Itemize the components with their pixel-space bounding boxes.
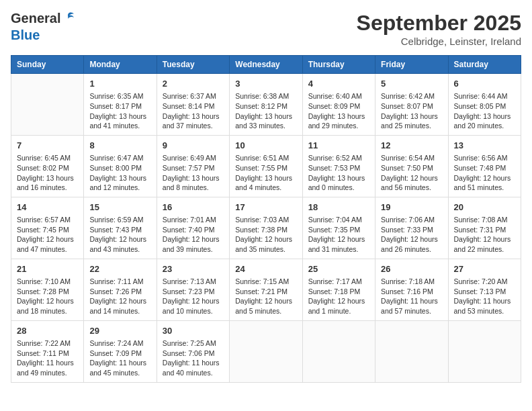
calendar-cell: 26Sunrise: 7:18 AMSunset: 7:16 PMDayligh… bbox=[375, 259, 448, 320]
calendar-cell: 30Sunrise: 7:25 AMSunset: 7:06 PMDayligh… bbox=[157, 320, 229, 382]
day-info: Sunrise: 6:45 AMSunset: 8:02 PMDaylight:… bbox=[17, 153, 78, 193]
calendar-cell: 5Sunrise: 6:42 AMSunset: 8:07 PMDaylight… bbox=[375, 74, 448, 136]
calendar-cell bbox=[448, 320, 521, 382]
calendar-cell: 29Sunrise: 7:24 AMSunset: 7:09 PMDayligh… bbox=[84, 320, 157, 382]
title-block: September 2025 Celbridge, Leinster, Irel… bbox=[357, 11, 521, 47]
logo-blue-text: Blue bbox=[11, 28, 40, 42]
day-info: Sunrise: 6:47 AMSunset: 8:00 PMDaylight:… bbox=[89, 153, 150, 193]
column-header-tuesday: Tuesday bbox=[157, 56, 229, 74]
calendar-cell: 10Sunrise: 6:51 AMSunset: 7:55 PMDayligh… bbox=[230, 135, 302, 197]
calendar-cell: 14Sunrise: 6:57 AMSunset: 7:45 PMDayligh… bbox=[11, 197, 84, 259]
day-info: Sunrise: 6:35 AMSunset: 8:17 PMDaylight:… bbox=[89, 91, 150, 131]
calendar-cell: 22Sunrise: 7:11 AMSunset: 7:26 PMDayligh… bbox=[84, 259, 157, 320]
calendar-cell: 27Sunrise: 7:20 AMSunset: 7:13 PMDayligh… bbox=[448, 259, 521, 320]
calendar-cell: 23Sunrise: 7:13 AMSunset: 7:23 PMDayligh… bbox=[157, 259, 229, 320]
day-info: Sunrise: 7:01 AMSunset: 7:40 PMDaylight:… bbox=[163, 215, 224, 255]
day-number: 3 bbox=[235, 78, 296, 90]
day-info: Sunrise: 6:38 AMSunset: 8:12 PMDaylight:… bbox=[235, 91, 296, 131]
day-number: 13 bbox=[454, 140, 515, 152]
calendar-cell bbox=[230, 320, 302, 382]
calendar-cell: 28Sunrise: 7:22 AMSunset: 7:11 PMDayligh… bbox=[11, 320, 84, 382]
calendar-header: SundayMondayTuesdayWednesdayThursdayFrid… bbox=[11, 56, 521, 74]
day-number: 24 bbox=[235, 263, 296, 275]
location: Celbridge, Leinster, Ireland bbox=[357, 36, 521, 47]
day-info: Sunrise: 6:54 AMSunset: 7:50 PMDaylight:… bbox=[381, 153, 442, 193]
column-header-saturday: Saturday bbox=[448, 56, 521, 74]
calendar-cell: 2Sunrise: 6:37 AMSunset: 8:14 PMDaylight… bbox=[157, 74, 229, 136]
week-row-2: 7Sunrise: 6:45 AMSunset: 8:02 PMDaylight… bbox=[11, 135, 521, 197]
header-row: SundayMondayTuesdayWednesdayThursdayFrid… bbox=[11, 56, 521, 74]
day-info: Sunrise: 7:25 AMSunset: 7:06 PMDaylight:… bbox=[163, 338, 224, 378]
day-number: 9 bbox=[163, 140, 224, 152]
page-header: General Blue September 2025 Celbridge, L… bbox=[11, 11, 521, 47]
logo-general-text: General bbox=[11, 11, 60, 26]
day-info: Sunrise: 7:24 AMSunset: 7:09 PMDaylight:… bbox=[89, 338, 150, 378]
week-row-1: 1Sunrise: 6:35 AMSunset: 8:17 PMDaylight… bbox=[11, 74, 521, 136]
day-number: 8 bbox=[89, 140, 150, 152]
day-number: 30 bbox=[163, 325, 224, 337]
calendar-cell: 11Sunrise: 6:52 AMSunset: 7:53 PMDayligh… bbox=[302, 135, 375, 197]
day-info: Sunrise: 7:06 AMSunset: 7:33 PMDaylight:… bbox=[381, 215, 442, 255]
calendar-cell: 9Sunrise: 6:49 AMSunset: 7:57 PMDaylight… bbox=[157, 135, 229, 197]
day-number: 12 bbox=[381, 140, 442, 152]
day-number: 2 bbox=[163, 78, 224, 90]
day-info: Sunrise: 7:03 AMSunset: 7:38 PMDaylight:… bbox=[235, 215, 296, 255]
calendar-cell: 6Sunrise: 6:44 AMSunset: 8:05 PMDaylight… bbox=[448, 74, 521, 136]
day-info: Sunrise: 7:20 AMSunset: 7:13 PMDaylight:… bbox=[454, 277, 515, 316]
month-title: September 2025 bbox=[357, 11, 521, 36]
day-number: 14 bbox=[17, 201, 78, 214]
calendar-cell: 24Sunrise: 7:15 AMSunset: 7:21 PMDayligh… bbox=[230, 259, 302, 320]
calendar-cell: 4Sunrise: 6:40 AMSunset: 8:09 PMDaylight… bbox=[302, 74, 375, 136]
calendar-cell: 19Sunrise: 7:06 AMSunset: 7:33 PMDayligh… bbox=[375, 197, 448, 259]
day-number: 18 bbox=[308, 201, 369, 214]
column-header-thursday: Thursday bbox=[302, 56, 375, 74]
day-number: 10 bbox=[235, 140, 296, 152]
day-info: Sunrise: 6:57 AMSunset: 7:45 PMDaylight:… bbox=[17, 215, 78, 255]
day-number: 11 bbox=[308, 140, 369, 152]
day-number: 17 bbox=[235, 201, 296, 214]
calendar-cell: 17Sunrise: 7:03 AMSunset: 7:38 PMDayligh… bbox=[230, 197, 302, 259]
calendar-cell: 7Sunrise: 6:45 AMSunset: 8:02 PMDaylight… bbox=[11, 135, 84, 197]
column-header-friday: Friday bbox=[375, 56, 448, 74]
day-info: Sunrise: 7:10 AMSunset: 7:28 PMDaylight:… bbox=[17, 277, 78, 316]
calendar-cell: 3Sunrise: 6:38 AMSunset: 8:12 PMDaylight… bbox=[230, 74, 302, 136]
day-info: Sunrise: 6:44 AMSunset: 8:05 PMDaylight:… bbox=[454, 91, 515, 131]
logo-bird-icon bbox=[60, 11, 75, 26]
week-row-5: 28Sunrise: 7:22 AMSunset: 7:11 PMDayligh… bbox=[11, 320, 521, 382]
day-info: Sunrise: 7:22 AMSunset: 7:11 PMDaylight:… bbox=[17, 338, 78, 378]
day-number: 7 bbox=[17, 140, 78, 152]
day-info: Sunrise: 7:18 AMSunset: 7:16 PMDaylight:… bbox=[381, 277, 442, 316]
calendar-cell bbox=[11, 74, 84, 136]
calendar-cell: 20Sunrise: 7:08 AMSunset: 7:31 PMDayligh… bbox=[448, 197, 521, 259]
day-number: 27 bbox=[454, 263, 515, 275]
calendar-cell: 12Sunrise: 6:54 AMSunset: 7:50 PMDayligh… bbox=[375, 135, 448, 197]
day-number: 28 bbox=[17, 325, 78, 337]
column-header-monday: Monday bbox=[84, 56, 157, 74]
day-number: 19 bbox=[381, 201, 442, 214]
day-info: Sunrise: 7:04 AMSunset: 7:35 PMDaylight:… bbox=[308, 215, 369, 255]
day-info: Sunrise: 6:40 AMSunset: 8:09 PMDaylight:… bbox=[308, 91, 369, 131]
calendar-cell: 21Sunrise: 7:10 AMSunset: 7:28 PMDayligh… bbox=[11, 259, 84, 320]
day-number: 25 bbox=[308, 263, 369, 275]
day-number: 1 bbox=[89, 78, 150, 90]
calendar-cell: 15Sunrise: 6:59 AMSunset: 7:43 PMDayligh… bbox=[84, 197, 157, 259]
day-info: Sunrise: 7:11 AMSunset: 7:26 PMDaylight:… bbox=[89, 277, 150, 316]
week-row-3: 14Sunrise: 6:57 AMSunset: 7:45 PMDayligh… bbox=[11, 197, 521, 259]
day-info: Sunrise: 6:52 AMSunset: 7:53 PMDaylight:… bbox=[308, 153, 369, 193]
day-info: Sunrise: 6:59 AMSunset: 7:43 PMDaylight:… bbox=[89, 215, 150, 255]
day-info: Sunrise: 6:37 AMSunset: 8:14 PMDaylight:… bbox=[163, 91, 224, 131]
day-number: 23 bbox=[163, 263, 224, 275]
calendar-cell: 18Sunrise: 7:04 AMSunset: 7:35 PMDayligh… bbox=[302, 197, 375, 259]
calendar-cell: 13Sunrise: 6:56 AMSunset: 7:48 PMDayligh… bbox=[448, 135, 521, 197]
day-number: 20 bbox=[454, 201, 515, 214]
calendar-cell: 16Sunrise: 7:01 AMSunset: 7:40 PMDayligh… bbox=[157, 197, 229, 259]
day-number: 6 bbox=[454, 78, 515, 90]
day-info: Sunrise: 7:08 AMSunset: 7:31 PMDaylight:… bbox=[454, 215, 515, 255]
day-info: Sunrise: 7:17 AMSunset: 7:18 PMDaylight:… bbox=[308, 277, 369, 316]
day-number: 22 bbox=[89, 263, 150, 275]
day-number: 21 bbox=[17, 263, 78, 275]
day-number: 5 bbox=[381, 78, 442, 90]
logo: General Blue bbox=[11, 11, 75, 42]
day-number: 26 bbox=[381, 263, 442, 275]
day-info: Sunrise: 6:42 AMSunset: 8:07 PMDaylight:… bbox=[381, 91, 442, 131]
